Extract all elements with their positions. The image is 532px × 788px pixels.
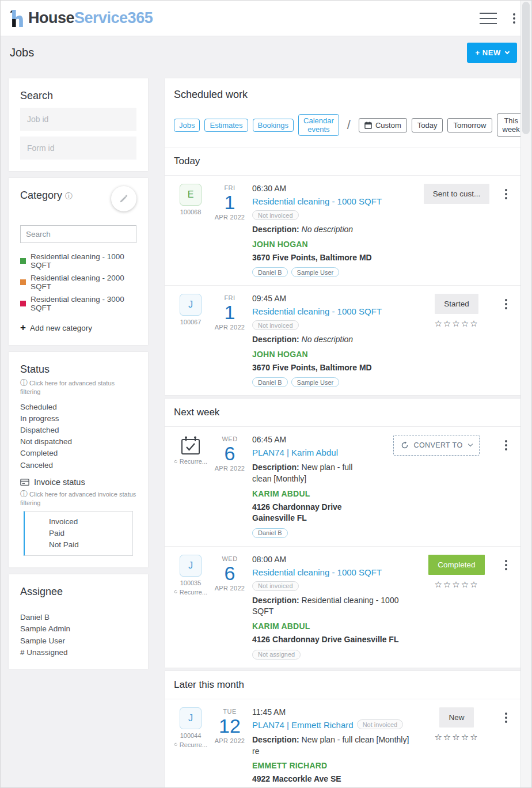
category-search-field <box>20 225 136 243</box>
customer-name-link[interactable]: KARIM ABDUL <box>252 489 371 498</box>
job-address: 4922 Maccorkle Ave SE <box>252 774 411 785</box>
job-time: 06:45 AM <box>252 435 371 444</box>
status-item[interactable]: Canceled <box>20 459 136 471</box>
assignee-item[interactable]: # Unassigned <box>20 646 136 658</box>
brand-name: HouseService365 <box>28 9 153 27</box>
chip-separator: / <box>344 118 354 132</box>
job-id: 100068 <box>174 209 207 215</box>
search-panel: Search <box>9 78 148 171</box>
assignee-tag: Daniel B <box>252 267 288 277</box>
job-description: Description: No description <box>252 334 411 346</box>
advanced-status-filtering-link[interactable]: ⓘ Click here for advanced status filteri… <box>20 378 136 395</box>
job-title-link[interactable]: PLAN74 | Karim Abdul <box>252 448 338 457</box>
category-item[interactable]: Residential cleaning - 3000 SQFT <box>20 293 136 314</box>
assignee-panel-title: Assignee <box>20 586 136 598</box>
invoice-status-item[interactable]: Paid <box>49 527 128 539</box>
recurrent-label: Recurre... <box>174 589 207 596</box>
filter-custom-chip[interactable]: Custom <box>359 118 407 132</box>
invoice-status-pill: Not invoiced <box>252 210 299 220</box>
customer-name-link[interactable]: JOHN HOGAN <box>252 240 411 249</box>
card-kebab-menu-icon[interactable] <box>501 297 511 312</box>
status-item[interactable]: Scheduled <box>20 401 136 412</box>
day-of-week: WED <box>207 555 252 562</box>
assignee-item[interactable]: Sample User <box>20 635 136 646</box>
day-of-week: FRI <box>207 294 252 301</box>
job-status-button[interactable]: Sent to cust... <box>424 184 490 204</box>
invoice-status-item[interactable]: Invoiced <box>49 516 128 527</box>
day-number: 1 <box>207 301 252 324</box>
invoice-status-item[interactable]: Not Paid <box>49 539 128 551</box>
category-color-swatch <box>20 301 26 306</box>
job-id-input[interactable] <box>27 115 131 124</box>
job-badge[interactable]: J <box>180 707 202 729</box>
form-id-input[interactable] <box>27 143 131 153</box>
assignee-panel: Assignee Daniel B Sample Admin Sample Us… <box>9 574 148 670</box>
job-card: J 100044 Recurre... TUE 12 APR 2022 11:4… <box>165 699 520 788</box>
job-description: Description: Residential cleaning - 1000… <box>252 595 411 617</box>
customer-name-link[interactable]: EMMETT RICHARD <box>252 761 411 770</box>
page-title: Jobs <box>10 46 34 59</box>
card-kebab-menu-icon[interactable] <box>501 558 511 573</box>
brand-logo[interactable]: HouseService365 <box>9 8 153 29</box>
category-item[interactable]: Residential cleaning - 1000 SQFT <box>20 250 136 271</box>
filter-tomorrow-chip[interactable]: Tomorrow <box>447 118 492 132</box>
filter-estimates-chip[interactable]: Estimates <box>204 119 248 132</box>
job-card: Recurre... WED 6 APR 2022 06:45 AM PLAN7… <box>165 426 520 545</box>
edit-categories-button[interactable] <box>111 186 136 211</box>
convert-to-button[interactable]: CONVERT TO <box>393 435 479 456</box>
job-title-link[interactable]: PLAN74 | Emmett Richard <box>252 720 354 730</box>
add-new-category-button[interactable]: +Add new category <box>20 322 136 334</box>
category-search-input[interactable] <box>20 225 136 243</box>
job-id-field <box>20 108 136 131</box>
assignee-item[interactable]: Daniel B <box>20 612 136 623</box>
status-item[interactable]: In progress <box>20 412 136 424</box>
card-kebab-menu-icon[interactable] <box>501 438 511 453</box>
info-icon[interactable]: ⓘ <box>65 192 73 200</box>
month-year: APR 2022 <box>207 585 252 592</box>
assignee-tag: Not assigned <box>252 650 301 660</box>
estimate-badge[interactable]: E <box>180 184 202 206</box>
job-status-button[interactable]: Completed <box>428 555 484 575</box>
card-kebab-menu-icon[interactable] <box>501 187 511 202</box>
job-status-button[interactable]: Started <box>435 294 478 314</box>
job-badge[interactable]: J <box>180 294 202 316</box>
category-color-swatch <box>20 258 26 264</box>
customer-name-link[interactable]: KARIM ABDUL <box>252 622 411 631</box>
header-kebab-menu-icon[interactable] <box>510 11 519 26</box>
job-badge[interactable]: J <box>180 555 202 577</box>
assignee-item[interactable]: Sample Admin <box>20 623 136 635</box>
job-status-button[interactable]: New <box>439 707 473 728</box>
rating-stars: ☆☆☆☆☆ <box>416 732 497 742</box>
form-id-field <box>20 137 136 160</box>
filter-today-chip[interactable]: Today <box>412 118 443 132</box>
new-button[interactable]: + NEW <box>467 43 517 63</box>
filter-bookings-chip[interactable]: Bookings <box>253 119 294 132</box>
job-title-link[interactable]: Residential cleaning - 1000 SQFT <box>252 196 382 206</box>
recurrent-label: Recurre... <box>174 458 207 465</box>
scheduled-work-title: Scheduled work <box>174 89 511 101</box>
filter-jobs-chip[interactable]: Jobs <box>174 119 200 132</box>
job-title-link[interactable]: Residential cleaning - 1000 SQFT <box>252 567 382 577</box>
chevron-down-icon <box>505 49 510 54</box>
invoice-status-pill: Not invoiced <box>252 320 299 330</box>
category-item[interactable]: Residential cleaning - 2000 SQFT <box>20 271 136 293</box>
status-item[interactable]: Completed <box>20 448 136 459</box>
calendar-event-icon[interactable] <box>180 436 201 456</box>
job-title-link[interactable]: Residential cleaning - 1000 SQFT <box>252 306 382 316</box>
hamburger-menu-icon[interactable] <box>480 13 497 24</box>
customer-name-link[interactable]: JOHN HOGAN <box>252 350 411 359</box>
job-card: J 100067 FRI 1 APR 2022 09:45 AM Residen… <box>165 285 520 395</box>
scrollbar-thumb[interactable] <box>522 2 530 134</box>
card-kebab-menu-icon[interactable] <box>501 710 511 725</box>
filter-calendar-events-chip[interactable]: Calendar events <box>298 114 339 136</box>
invoice-status-pill: Not invoiced <box>252 581 299 591</box>
vertical-scrollbar[interactable] <box>520 1 531 787</box>
status-item[interactable]: Not dispatched <box>20 436 136 448</box>
advanced-invoice-filtering-link[interactable]: ⓘ Click here for advanced invoice status… <box>20 489 136 506</box>
rating-stars: ☆☆☆☆☆ <box>416 319 497 329</box>
category-panel-title: Categoryⓘ <box>20 190 73 202</box>
brand-h-icon <box>9 8 26 29</box>
assignee-tag: Daniel B <box>252 528 288 538</box>
rating-stars: ☆☆☆☆☆ <box>416 579 497 590</box>
status-item[interactable]: Dispatched <box>20 424 136 435</box>
